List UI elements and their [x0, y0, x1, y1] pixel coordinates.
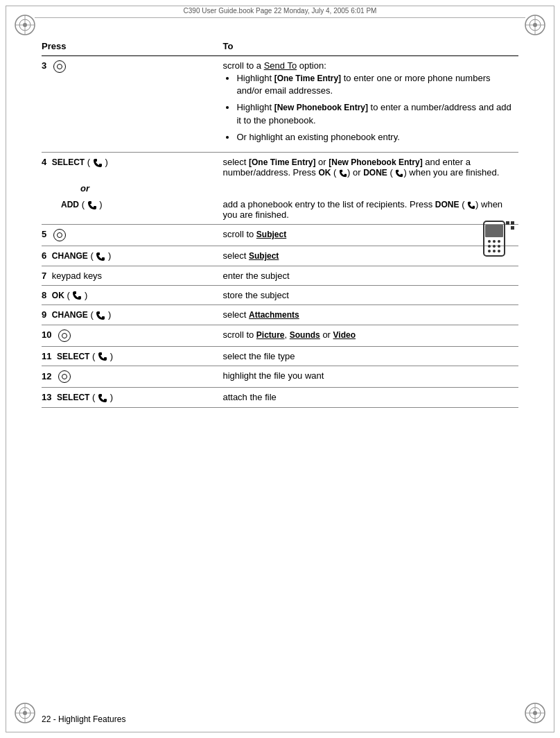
done-key: DONE	[363, 168, 387, 178]
col-header-to: To	[222, 38, 518, 56]
or-separator-row: or	[42, 182, 518, 195]
to-cell-4: select [One Time Entry] or [New Phoneboo…	[222, 152, 518, 182]
step-number: 8	[42, 290, 46, 300]
to-text-11: select the file type	[222, 351, 295, 361]
svg-point-22	[488, 240, 491, 243]
add-description: add a phonebook entry to the list of rec…	[222, 199, 502, 220]
table-header-row: Press To	[42, 38, 518, 56]
bullet-item: Highlight [One Time Entry] to enter one …	[236, 72, 513, 97]
ok-softkey-8: OK	[52, 291, 64, 300]
press-cell-4: 4 SELECT ( )	[42, 152, 222, 182]
select-paren-11: (	[92, 351, 95, 361]
table-row: 8 OK ( ) store the subject	[42, 285, 518, 305]
nav-scroll-icon-10	[58, 329, 71, 342]
select-paren-13: (	[92, 392, 95, 402]
press-cell-5: 5	[42, 224, 222, 246]
table-row: 5 scroll to Subject	[42, 224, 518, 246]
to-cell-3: scroll to a Send To option: Highlight [O…	[222, 56, 518, 153]
change-phone-icon-9	[96, 311, 105, 320]
or-label-cell: or	[42, 182, 222, 195]
change-paren-9: (	[91, 309, 94, 320]
video-term: Video	[333, 330, 356, 340]
attachments-term: Attachments	[249, 310, 299, 320]
table-row: ADD ( ) add a phonebook entry to the lis…	[42, 195, 518, 225]
step-number: 13	[42, 392, 51, 402]
sounds-term: Sounds	[290, 330, 320, 340]
change-close-9: )	[108, 309, 111, 320]
press-cell-9: 9 CHANGE ( )	[42, 305, 222, 325]
scroll-to-subject-text: scroll to Subject	[222, 229, 286, 239]
press-cell-12: 12	[42, 366, 222, 388]
corner-tr	[523, 12, 548, 37]
add-softkey-paren: (	[82, 199, 85, 209]
corner-tl	[12, 12, 37, 37]
bullet-item: Or highlight an existing phonebook entry…	[236, 131, 513, 144]
step-number: 9	[42, 309, 46, 320]
press-cell-11: 11 SELECT ( )	[42, 346, 222, 366]
table-row: 3 scroll to a Send To option: Highlight …	[42, 56, 518, 153]
to-cell-4add: add a phonebook entry to the list of rec…	[222, 195, 518, 225]
svg-point-24	[498, 240, 500, 243]
send-to-term: Send To	[264, 60, 297, 71]
or-label: or	[61, 183, 89, 194]
press-cell-4add: ADD ( )	[42, 195, 222, 225]
table-row: 4 SELECT ( ) select [One Time Entry] or …	[42, 152, 518, 182]
corner-bl	[12, 701, 37, 726]
table-row: 7 keypad keys enter the subject	[42, 266, 518, 285]
press-cell-8: 8 OK ( )	[42, 285, 222, 305]
page-footer: 22 - Highlight Features	[42, 714, 125, 724]
keypad-keys-label: keypad keys	[52, 271, 102, 281]
one-time-entry-term: [One Time Entry]	[274, 74, 341, 83]
subject-term-6: Subject	[249, 251, 279, 261]
select-close-13: )	[110, 392, 113, 402]
to-text-10: scroll to Picture, Sounds or Video	[222, 329, 356, 340]
change-close-6: )	[108, 250, 111, 261]
to-text: scroll to a Send To option:	[222, 60, 326, 71]
change-paren-6: (	[91, 250, 94, 261]
to-text-8: store the subject	[222, 290, 288, 300]
select-softkey: SELECT	[52, 157, 85, 167]
to-cell-8: store the subject	[222, 285, 518, 305]
nav-scroll-icon	[53, 60, 66, 73]
subject-term: Subject	[256, 230, 286, 239]
step-number: 11	[42, 351, 51, 361]
svg-rect-31	[506, 221, 509, 225]
svg-point-30	[498, 250, 500, 252]
step-number: 5	[42, 229, 46, 239]
softkey-phone-icon	[93, 158, 103, 168]
softkey-paren-close: )	[105, 157, 107, 167]
to-cell-12: highlight the file you want	[222, 366, 518, 388]
svg-rect-33	[511, 226, 514, 230]
table-row: 9 CHANGE ( ) select Attachments	[42, 305, 518, 325]
step-number: 10	[42, 329, 51, 340]
select-phone-icon-13	[98, 393, 107, 403]
new-phonebook-term: [New Phonebook Entry]	[274, 103, 368, 112]
to-cell-5: scroll to Subject	[222, 224, 518, 246]
done-phone-icon	[395, 169, 403, 178]
svg-point-23	[493, 240, 496, 243]
table-row: 6 CHANGE ( ) select Subject	[42, 246, 518, 266]
press-cell-3: 3	[42, 56, 222, 153]
one-time-entry-ref: [One Time Entry]	[249, 157, 315, 167]
select-softkey-11: SELECT	[57, 352, 89, 361]
press-cell-6: 6 CHANGE ( )	[42, 246, 222, 266]
table-row: 11 SELECT ( ) select the file type	[42, 346, 518, 366]
instruction-table: Press To 3 scroll to a Send To option: H…	[42, 38, 518, 408]
col-header-press: Press	[42, 38, 222, 56]
svg-point-28	[488, 250, 491, 252]
to-text-9: select Attachments	[222, 309, 299, 320]
bullet-item: Highlight [New Phonebook Entry] to enter…	[236, 101, 513, 126]
to-text-12: highlight the file you want	[222, 370, 324, 381]
ok-close-8: )	[85, 290, 87, 300]
select-softkey-13: SELECT	[57, 393, 89, 402]
svg-point-29	[493, 250, 496, 252]
press-cell-13: 13 SELECT ( )	[42, 388, 222, 408]
main-content: Press To 3 scroll to a Send To option: H…	[42, 38, 518, 696]
table-row: 10 scroll to Picture, Sounds or Video	[42, 325, 518, 346]
table-row: 13 SELECT ( ) attach the file	[42, 388, 518, 408]
svg-point-26	[493, 245, 496, 248]
press-cell-7: 7 keypad keys	[42, 266, 222, 285]
svg-point-27	[498, 245, 500, 248]
page-header: C390 User Guide.book Page 22 Monday, Jul…	[35, 7, 525, 18]
step-number: 4	[42, 157, 46, 167]
